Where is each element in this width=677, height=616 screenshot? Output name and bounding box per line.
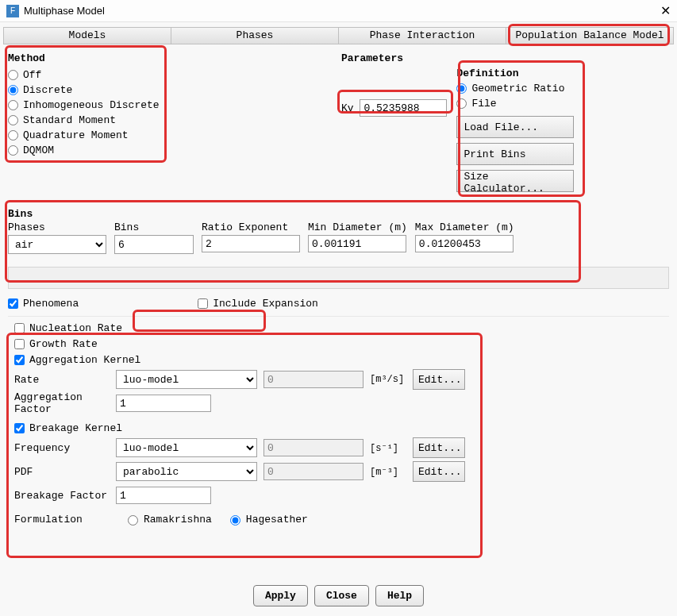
definition-geo-label: Geometric Ratio xyxy=(471,83,564,94)
pdf-value[interactable] xyxy=(263,463,364,480)
method-discrete-radio[interactable] xyxy=(8,85,18,95)
bins-bins-label: Bins xyxy=(114,221,194,233)
growth-label: Growth Rate xyxy=(29,338,98,350)
pdf-combo[interactable]: parabolic xyxy=(116,462,257,481)
pdf-label: PDF xyxy=(14,466,110,478)
rate-value[interactable] xyxy=(263,371,364,388)
dialog-footer: Apply Close Help xyxy=(0,585,677,606)
method-title: Method xyxy=(8,52,175,64)
method-inhomo-label: Inhomogeneous Discrete xyxy=(23,99,160,111)
apply-button[interactable]: Apply xyxy=(253,585,308,606)
method-off-label: Off xyxy=(23,69,41,81)
formulation-label: Formulation xyxy=(14,514,110,526)
pdf-unit: [m⁻³] xyxy=(370,466,406,478)
frequency-value[interactable] xyxy=(263,439,364,456)
bins-max-input[interactable] xyxy=(415,235,514,252)
size-calculator-button[interactable]: Size Calculator... xyxy=(456,170,574,192)
kv-label: Kv xyxy=(341,102,354,114)
tab-population-balance-model[interactable]: Population Balance Model xyxy=(506,28,673,44)
bins-count-spinner[interactable] xyxy=(114,235,194,254)
include-expansion-checkbox[interactable] xyxy=(198,298,208,309)
method-off-radio[interactable] xyxy=(8,70,18,80)
method-inhomo-radio[interactable] xyxy=(8,100,18,110)
bins-phases-label: Phases xyxy=(8,221,106,233)
bins-min-label: Min Diameter (m) xyxy=(308,221,407,233)
tab-phase-interaction[interactable]: Phase Interaction xyxy=(339,28,506,44)
method-group: Method Off Discrete Inhomogeneous Discre… xyxy=(8,52,175,197)
window-title: Multiphase Model xyxy=(24,5,660,17)
definition-file-label: File xyxy=(471,98,496,110)
nucleation-label: Nucleation Rate xyxy=(29,322,122,334)
frequency-combo[interactable]: luo-model xyxy=(116,438,257,457)
rate-label: Rate xyxy=(14,374,110,386)
print-bins-button[interactable]: Print Bins xyxy=(456,143,574,165)
help-button[interactable]: Help xyxy=(375,585,424,606)
aggregation-factor-input[interactable] xyxy=(116,395,211,412)
aggregation-kernel-checkbox[interactable] xyxy=(14,355,25,365)
formulation-hage-radio[interactable] xyxy=(230,515,240,526)
rate-unit: [m³/s] xyxy=(370,374,406,385)
tab-models[interactable]: Models xyxy=(4,28,171,44)
rate-edit-button[interactable]: Edit... xyxy=(413,369,465,390)
close-icon[interactable]: ✕ xyxy=(660,3,671,18)
kv-input[interactable] xyxy=(360,99,447,117)
breakage-kernel-checkbox[interactable] xyxy=(14,423,25,433)
aggregation-factor-label: Aggregation Factor xyxy=(14,391,110,415)
formulation-rama-radio[interactable] xyxy=(128,515,138,526)
definition-geo-radio[interactable] xyxy=(456,83,467,94)
title-bar: F Multiphase Model ✕ xyxy=(0,0,677,22)
bins-max-label: Max Diameter (m) xyxy=(415,221,514,233)
parameters-title: Parameters xyxy=(341,52,669,64)
close-button[interactable]: Close xyxy=(314,585,369,606)
method-discrete-label: Discrete xyxy=(23,84,72,96)
nucleation-checkbox[interactable] xyxy=(14,323,25,333)
method-quadrature-radio[interactable] xyxy=(8,130,18,141)
kernel-panel: Nucleation Rate Growth Rate Aggregation … xyxy=(8,316,669,539)
breakage-factor-input[interactable] xyxy=(116,487,211,504)
rate-combo[interactable]: luo-model xyxy=(116,370,257,389)
frequency-unit: [s⁻¹] xyxy=(370,442,406,454)
definition-file-radio[interactable] xyxy=(456,98,467,109)
include-expansion-label: Include Expansion xyxy=(213,298,318,310)
bins-title: Bins xyxy=(8,208,669,220)
formulation-hage-label: Hagesather xyxy=(246,514,308,526)
frequency-label: Frequency xyxy=(14,442,110,454)
tab-phases[interactable]: Phases xyxy=(171,28,339,44)
app-icon: F xyxy=(6,5,19,17)
formulation-rama-label: Ramakrishna xyxy=(144,514,212,526)
pdf-edit-button[interactable]: Edit... xyxy=(413,461,465,482)
bins-ratio-label: Ratio Exponent xyxy=(202,221,300,233)
definition-title: Definition xyxy=(456,67,580,79)
spacer-panel xyxy=(8,267,669,289)
method-dqmom-radio[interactable] xyxy=(8,145,18,156)
frequency-edit-button[interactable]: Edit... xyxy=(413,437,465,458)
bins-phases-combo[interactable]: air xyxy=(8,235,106,254)
breakage-kernel-label: Breakage Kernel xyxy=(29,422,122,434)
method-standard-radio[interactable] xyxy=(8,115,18,125)
method-standard-label: Standard Moment xyxy=(23,114,116,126)
aggregation-kernel-label: Aggregation Kernel xyxy=(29,354,140,366)
bins-ratio-input[interactable] xyxy=(202,235,300,252)
method-dqmom-label: DQMOM xyxy=(23,144,54,156)
tab-bar: Models Phases Phase Interaction Populati… xyxy=(3,27,674,44)
load-file-button[interactable]: Load File... xyxy=(456,116,574,138)
bins-min-input[interactable] xyxy=(308,235,406,252)
method-quadrature-label: Quadrature Moment xyxy=(23,129,129,141)
phenomena-label: Phenomena xyxy=(23,298,79,310)
growth-checkbox[interactable] xyxy=(14,339,25,349)
phenomena-checkbox[interactable] xyxy=(8,298,18,309)
breakage-factor-label: Breakage Factor xyxy=(14,490,110,502)
